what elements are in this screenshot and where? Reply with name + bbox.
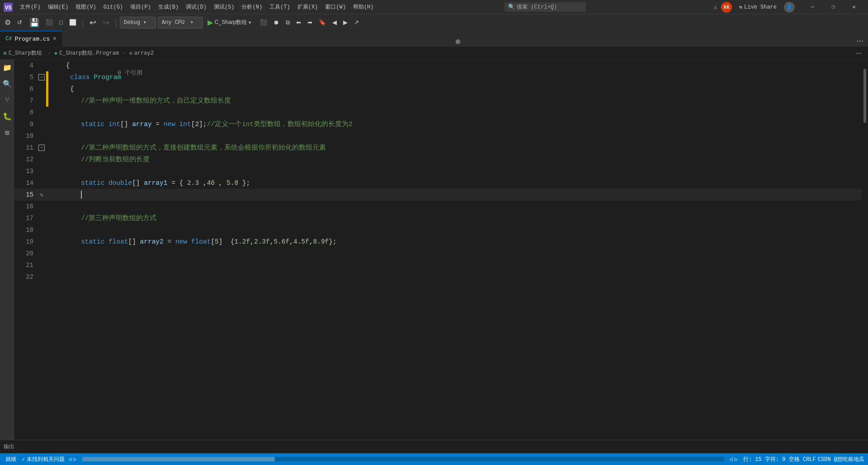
undo-button[interactable]: ↩ xyxy=(87,17,99,28)
horizontal-scrollbar[interactable] xyxy=(82,457,724,461)
code-content[interactable]: //判断当前数组的长度 xyxy=(48,154,862,165)
fold-gutter[interactable]: − xyxy=(37,142,46,154)
code-content[interactable] xyxy=(48,165,862,177)
close-button[interactable]: ✕ xyxy=(844,0,864,14)
record-btn[interactable]: ⏺ xyxy=(271,17,282,28)
fold-button[interactable]: − xyxy=(38,74,45,80)
minimize-button[interactable]: — xyxy=(802,0,823,14)
output-label[interactable]: 输出 xyxy=(4,443,14,451)
activity-debug[interactable]: 🐛 xyxy=(1,110,14,123)
tab-overflow-button[interactable]: ⋯ xyxy=(854,35,866,47)
menu-file[interactable]: 文件(F) xyxy=(16,1,44,13)
code-content[interactable] xyxy=(48,107,862,118)
code-content[interactable] xyxy=(48,201,862,212)
menu-project[interactable]: 项目(P) xyxy=(127,1,155,13)
fold-button-2[interactable]: − xyxy=(38,145,45,151)
file-actions: 💾 ⬛ □ ⬜ xyxy=(27,17,79,28)
status-ready[interactable]: 就绪 xyxy=(4,456,18,463)
bookmark-btn[interactable]: 🔖 xyxy=(316,17,329,28)
nav-btn-2[interactable]: ➡ xyxy=(305,17,315,28)
code-content[interactable]: //第二种声明数组的方式，直接创建数组元素，系统会根据你所初始化的数组元素 xyxy=(48,142,862,154)
code-content[interactable]: class Program xyxy=(48,71,862,83)
code-editor[interactable]: 4 { 5 − class Program xyxy=(14,60,868,440)
platform-dropdown[interactable]: Any CPU ▾ xyxy=(158,17,203,28)
split-btn[interactable]: ⧉ xyxy=(283,17,292,28)
breadcrumb-action-btn[interactable]: ⋯ xyxy=(853,47,864,59)
breadcrumb-project[interactable]: C_Sharp数组 xyxy=(9,49,42,57)
nav-btn-5[interactable]: ↗ xyxy=(351,17,362,28)
menu-extensions[interactable]: 扩展(X) xyxy=(294,1,322,13)
menu-edit[interactable]: 编辑(E) xyxy=(44,1,72,13)
line-row: 22 xyxy=(14,271,862,283)
live-share-button[interactable]: ⇆ Live Share xyxy=(736,2,780,12)
code-content[interactable]: //第三种声明数组的方式 xyxy=(48,212,862,224)
code-content[interactable]: static float[] array2 = new float[5] {1.… xyxy=(48,236,862,248)
nav-btn-4[interactable]: ▶ xyxy=(340,17,350,28)
run-button[interactable]: ▶ C_Sharp数组 ▾ xyxy=(205,17,254,28)
separator-1 xyxy=(83,18,83,27)
nav-right-icon[interactable]: ▷ xyxy=(73,456,76,463)
menu-debug[interactable]: 调试(D) xyxy=(182,1,210,13)
vertical-scrollbar[interactable] xyxy=(862,60,868,440)
nav-back-icon[interactable]: ◁ xyxy=(729,456,732,463)
nav-forward-icon[interactable]: ▷ xyxy=(735,456,738,463)
code-content[interactable] xyxy=(48,248,862,259)
save-alt-button[interactable]: □ xyxy=(57,17,66,28)
menu-help[interactable]: 帮助(H) xyxy=(349,1,377,13)
user-avatar[interactable]: XX xyxy=(721,2,732,13)
code-content[interactable]: //第一种声明一维数组的方式，自己定义数组长度 xyxy=(48,95,862,107)
activity-extensions[interactable]: ⊞ xyxy=(1,127,14,139)
status-errors[interactable]: ✓ 未找到相关问题 xyxy=(20,456,66,463)
run-chevron-icon: ▾ xyxy=(249,20,251,25)
menu-analyze[interactable]: 分析(N) xyxy=(238,1,266,13)
menu-build[interactable]: 生成(B) xyxy=(155,1,183,13)
code-content[interactable]: { xyxy=(48,60,862,71)
menu-view[interactable]: 视图(V) xyxy=(72,1,100,13)
activity-git[interactable]: ⑂ xyxy=(1,94,14,107)
code-content[interactable]: { xyxy=(48,83,862,95)
fold-gutter xyxy=(37,154,46,165)
build-btn[interactable]: ⬛ xyxy=(257,17,270,28)
search-box[interactable]: 🔍 搜索 (Ctrl+Q) xyxy=(505,2,586,12)
activity-explorer[interactable]: 📁 xyxy=(1,61,14,74)
open-button[interactable]: ↺ xyxy=(14,17,25,28)
tab-close-button[interactable]: × xyxy=(52,35,56,42)
code-content[interactable]: static double[] array1 = { 2.3 ,46 , 5.8… xyxy=(48,177,862,189)
code-content[interactable] xyxy=(48,189,862,201)
fold-gutter[interactable]: − xyxy=(37,71,46,83)
breadcrumb-member-section: ◇ array2 xyxy=(129,50,154,56)
scrollbar-thumb[interactable] xyxy=(863,69,866,123)
nav-btn-1[interactable]: ⬅ xyxy=(293,17,304,28)
horizontal-thumb[interactable] xyxy=(82,457,275,461)
tab-add-button[interactable]: ⊕ xyxy=(452,37,464,47)
debug-config-dropdown[interactable]: Debug ▾ xyxy=(120,17,156,28)
code-content[interactable]: static int[] array = new int[2];//定义一个in… xyxy=(48,118,862,130)
code-content[interactable] xyxy=(48,224,862,236)
menu-git[interactable]: Git(G) xyxy=(100,2,127,12)
breadcrumb-class[interactable]: C_Sharp数组.Program xyxy=(59,49,119,57)
line-row: 8 xyxy=(14,107,862,118)
fold-gutter xyxy=(37,224,46,236)
tab-program-cs[interactable]: C# Program.cs × xyxy=(0,31,62,47)
cursor-position-label: 行: 15 字符: 9 空格 CRLF xyxy=(743,456,816,463)
maximize-button[interactable]: ❐ xyxy=(823,0,844,14)
nav-left-icon[interactable]: ◁ xyxy=(68,456,71,463)
status-nav-arrows: ◁ ▷ xyxy=(68,456,76,463)
menu-tools[interactable]: 工具(T) xyxy=(266,1,294,13)
code-content[interactable] xyxy=(48,259,862,271)
menu-window[interactable]: 窗口(W) xyxy=(321,1,349,13)
tab-label: Program.cs xyxy=(14,36,50,42)
save-all-button[interactable]: ⬛ xyxy=(43,17,56,28)
redo-button[interactable]: ↪ xyxy=(100,17,112,28)
activity-search[interactable]: 🔍 xyxy=(1,78,14,90)
user-avatar-2[interactable]: 👤 xyxy=(784,2,795,13)
code-content[interactable] xyxy=(48,130,862,142)
debug-config-label: Debug xyxy=(124,19,140,26)
save-button[interactable]: 💾 xyxy=(27,17,42,28)
menu-test[interactable]: 测试(S) xyxy=(210,1,238,13)
breadcrumb-member[interactable]: array2 xyxy=(134,50,154,56)
code-content[interactable] xyxy=(48,271,862,283)
nav-btn-3[interactable]: ◀ xyxy=(330,17,340,28)
new-project-button[interactable]: ⚙ xyxy=(2,17,14,28)
action-btn-1[interactable]: ⬜ xyxy=(66,17,79,28)
